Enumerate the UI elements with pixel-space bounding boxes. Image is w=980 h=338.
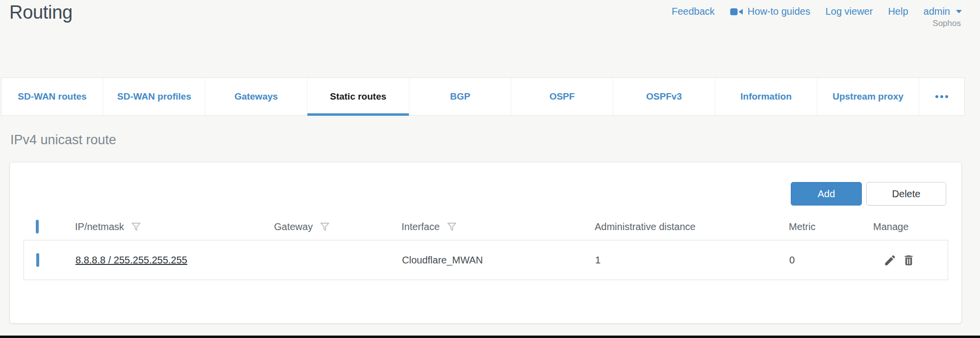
tab-bgp[interactable]: BGP <box>409 78 511 115</box>
video-camera-icon <box>730 7 743 17</box>
column-header-gateway: Gateway <box>274 221 313 233</box>
section-heading: IPv4 unicast route <box>10 132 116 148</box>
route-metric-value: 0 <box>789 255 874 266</box>
brand-label: Sophos <box>932 19 961 28</box>
help-link[interactable]: Help <box>888 6 908 17</box>
page-title: Routing <box>9 2 73 23</box>
window-bottom-edge <box>0 336 980 338</box>
route-administrative-distance-value: 1 <box>595 255 789 266</box>
funnel-filter-icon[interactable] <box>319 221 330 233</box>
tab-ospfv3[interactable]: OSPFv3 <box>613 78 715 115</box>
column-header-manage: Manage <box>873 221 908 233</box>
user-menu-label: admin <box>924 6 950 17</box>
add-button[interactable]: Add <box>791 182 862 206</box>
feedback-label: Feedback <box>672 6 715 17</box>
tab-information[interactable]: Information <box>715 78 817 115</box>
howto-guides-link[interactable]: How-to guides <box>730 6 810 17</box>
tab-sdwan-routes[interactable]: SD-WAN routes <box>1 78 103 115</box>
trash-icon[interactable] <box>902 254 915 267</box>
route-interface-value: Cloudflare_MWAN <box>402 255 595 266</box>
tab-bar: SD-WAN routes SD-WAN profiles Gateways S… <box>1 78 965 116</box>
funnel-filter-icon[interactable] <box>130 221 142 233</box>
pencil-icon[interactable] <box>883 254 897 267</box>
route-ip-netmask-link[interactable]: 8.8.8.8 / 255.255.255.255 <box>75 255 187 265</box>
column-header-administrative-distance: Administrative distance <box>595 221 696 233</box>
help-label: Help <box>888 6 908 17</box>
route-manage-cell <box>874 254 952 267</box>
table-header: IP/netmask Gateway Interface Administrat… <box>36 215 952 238</box>
delete-button[interactable]: Delete <box>866 182 946 206</box>
column-header-metric: Metric <box>789 221 815 233</box>
tab-static-routes[interactable]: Static routes <box>307 78 409 115</box>
tabs-overflow-ellipsis-icon[interactable] <box>919 78 964 115</box>
top-navigation: Feedback How-to guides Log viewer Help a… <box>672 6 962 17</box>
select-all-checkbox[interactable] <box>36 220 39 234</box>
funnel-filter-icon[interactable] <box>446 221 457 233</box>
howto-guides-label: How-to guides <box>748 6 810 17</box>
tab-ospf[interactable]: OSPF <box>511 78 613 115</box>
log-viewer-link[interactable]: Log viewer <box>826 6 873 17</box>
chevron-down-icon <box>955 9 962 14</box>
static-routes-card: Add Delete IP/netmask Gateway Interface … <box>9 162 962 324</box>
user-menu[interactable]: admin <box>924 6 962 17</box>
tab-sdwan-profiles[interactable]: SD-WAN profiles <box>103 78 205 115</box>
tab-gateways[interactable]: Gateways <box>205 78 307 115</box>
column-header-ip-netmask: IP/netmask <box>75 221 124 233</box>
log-viewer-label: Log viewer <box>826 6 873 17</box>
table-row: 8.8.8.8 / 255.255.255.255 Cloudflare_MWA… <box>24 240 948 280</box>
feedback-link[interactable]: Feedback <box>672 6 715 17</box>
table-toolbar: Add Delete <box>791 182 946 206</box>
tab-upstream-proxy[interactable]: Upstream proxy <box>817 78 919 115</box>
row-checkbox[interactable] <box>36 253 39 267</box>
column-header-interface: Interface <box>402 221 440 233</box>
